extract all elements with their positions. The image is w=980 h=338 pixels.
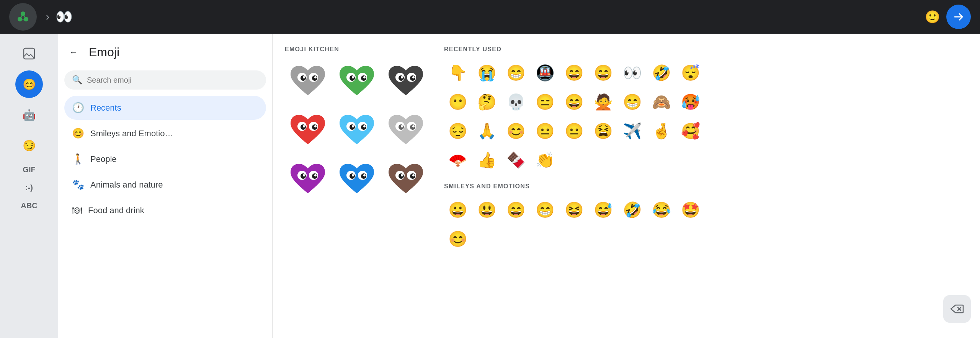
search-input[interactable] (87, 76, 258, 85)
smileys-label: Smileys and Emotio… (90, 129, 173, 139)
search-icon: 🔍 (72, 75, 82, 85)
emoji-cell[interactable]: 😀 (444, 196, 472, 224)
message-input-area[interactable]: 👀 (56, 6, 919, 28)
svg-point-18 (363, 76, 366, 78)
people-label: People (90, 154, 117, 164)
kitchen-item-7[interactable] (334, 157, 380, 203)
emoji-cell[interactable]: 🥵 (677, 88, 704, 116)
category-people[interactable]: 🚶 People (64, 147, 266, 171)
emoji-cell[interactable]: 👏 (531, 146, 559, 174)
emoji-cell[interactable]: 😄 (590, 59, 617, 87)
category-recents[interactable]: 🕐 Recents (64, 96, 266, 120)
expand-chevron[interactable]: › (46, 11, 49, 23)
category-animals[interactable]: 🐾 Animals and nature (64, 173, 266, 197)
food-label: Food and drink (88, 206, 144, 216)
kitchen-item-3[interactable] (285, 108, 331, 154)
svg-point-53 (352, 174, 354, 176)
smileys-icon: 😊 (72, 127, 84, 139)
kitchen-item-4[interactable] (334, 108, 380, 154)
emoji-cell[interactable]: 🤣 (619, 196, 646, 224)
action-button[interactable]: 😏 (15, 132, 43, 159)
emoji-cell[interactable]: 🪭 (444, 146, 472, 174)
svg-point-42 (412, 125, 415, 127)
emoji-cell[interactable]: 🤩 (677, 196, 704, 224)
emoji-cell[interactable]: 😑 (531, 88, 559, 116)
emoji-cell[interactable]: 😁 (502, 59, 530, 87)
emoji-cell[interactable]: 😆 (560, 196, 588, 224)
abc-button[interactable]: ABC (16, 198, 42, 213)
emoji-cell[interactable]: 👇 (444, 59, 472, 87)
emoji-cell[interactable]: 😊 (444, 225, 472, 253)
bot-button[interactable]: 🤖 (15, 101, 43, 129)
kitchen-item-8[interactable] (383, 157, 429, 203)
emoji-cell[interactable]: 😁 (619, 88, 646, 116)
category-food[interactable]: 🍽 Food and drink (64, 198, 266, 222)
kitchen-item-2[interactable] (383, 59, 429, 105)
send-button[interactable] (946, 5, 971, 29)
emoji-cell[interactable]: ✈️ (619, 117, 646, 145)
svg-point-41 (401, 125, 403, 127)
kitchen-item-1[interactable] (334, 59, 380, 105)
emoji-kitchen-title: EMOJI KITCHEN (285, 46, 429, 53)
svg-point-54 (363, 174, 366, 176)
emoji-cell[interactable]: 💀 (502, 88, 530, 116)
emoji-cell[interactable]: 😶 (444, 88, 472, 116)
emoji-cell[interactable]: 🤣 (648, 59, 675, 87)
emoji-cell[interactable] (619, 146, 646, 174)
emoji-cell[interactable]: 😐 (560, 117, 588, 145)
emoji-cell[interactable] (560, 146, 588, 174)
search-box[interactable]: 🔍 (64, 70, 266, 90)
gif-button[interactable]: GIF (18, 162, 40, 177)
emoji-cell[interactable]: 🙏 (473, 117, 501, 145)
emoji-cell[interactable]: 😊 (502, 117, 530, 145)
app-logo (9, 3, 37, 31)
emoji-cell[interactable]: 😂 (648, 196, 675, 224)
svg-point-35 (352, 125, 354, 127)
emoji-cell[interactable]: 🍫 (502, 146, 530, 174)
svg-point-60 (412, 174, 415, 176)
emoji-cell[interactable]: 👍 (473, 146, 501, 174)
category-smileys[interactable]: 😊 Smileys and Emotio… (64, 121, 266, 145)
emoji-cell[interactable]: 😁 (531, 196, 559, 224)
emoji-button[interactable]: 😊 (15, 70, 43, 98)
emoji-cell[interactable]: 😄 (560, 88, 588, 116)
emoji-cell[interactable]: 🤔 (473, 88, 501, 116)
svg-point-59 (401, 174, 403, 176)
svg-point-29 (303, 125, 305, 127)
animals-label: Animals and nature (90, 180, 163, 190)
emoji-cell[interactable]: 🚇 (531, 59, 559, 87)
topbar: › 👀 🙂 (0, 0, 980, 34)
emoji-cell[interactable]: 😐 (531, 117, 559, 145)
kitchen-item-5[interactable] (383, 108, 429, 154)
emoji-kitchen-section: EMOJI KITCHEN (285, 43, 429, 262)
kitchen-item-6[interactable] (285, 157, 331, 203)
emoji-cell[interactable]: 😫 (590, 117, 617, 145)
emoji-cell[interactable]: 🥰 (677, 117, 704, 145)
recently-used-title: RECENTLY USED (444, 46, 968, 53)
emoji-cell[interactable]: 🙈 (648, 88, 675, 116)
back-button[interactable]: ← (64, 43, 83, 61)
svg-point-36 (363, 125, 366, 127)
emoji-cell[interactable] (648, 146, 675, 174)
emoji-cell[interactable]: 😴 (677, 59, 704, 87)
emoji-cell[interactable]: 😃 (473, 196, 501, 224)
emoji-cell[interactable]: 🙅 (590, 88, 617, 116)
emoji-cell[interactable] (677, 146, 704, 174)
emoji-cell[interactable]: 🤞 (648, 117, 675, 145)
delete-button[interactable] (943, 295, 971, 323)
kitchen-item-0[interactable] (285, 59, 331, 105)
emoji-panel: ← Emoji 🔍 🕐 Recents 😊 Smileys and Emotio… (58, 34, 273, 338)
sticker-button[interactable] (15, 40, 43, 67)
emoji-cell[interactable]: 😔 (444, 117, 472, 145)
emoji-cell[interactable]: 😅 (590, 196, 617, 224)
svg-rect-6 (24, 48, 34, 59)
emoji-cell[interactable]: 👀 (619, 59, 646, 87)
emoji-cell[interactable]: 😄 (560, 59, 588, 87)
emoji-cell[interactable]: 😄 (502, 196, 530, 224)
emoji-cell[interactable] (590, 146, 617, 174)
svg-point-11 (303, 76, 305, 78)
svg-point-47 (303, 174, 305, 176)
emoji-picker-icon[interactable]: 🙂 (925, 10, 940, 24)
emoji-cell[interactable]: 😭 (473, 59, 501, 87)
text-emoji-button[interactable]: :-) (21, 180, 38, 195)
